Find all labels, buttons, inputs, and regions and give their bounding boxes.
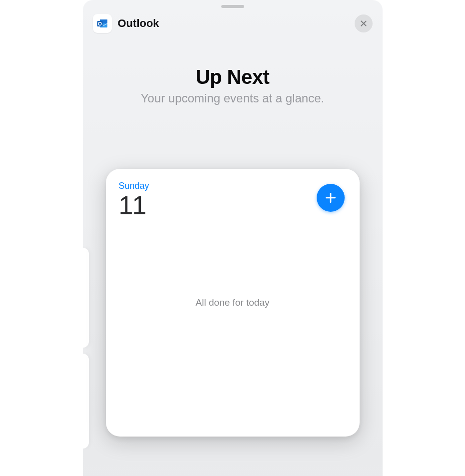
status-text: All done for today [196, 297, 270, 308]
edge-peek [83, 248, 89, 348]
header-row: Outlook [93, 14, 373, 33]
close-icon [360, 19, 368, 27]
svg-rect-2 [97, 21, 102, 26]
day-name-label: Sunday [119, 181, 347, 191]
widget-preview-sheet: Outlook Up Next Your upcoming events at … [83, 0, 383, 476]
add-event-button[interactable] [317, 184, 345, 212]
title-block: Up Next Your upcoming events at a glance… [83, 66, 383, 105]
edge-peek [83, 354, 89, 449]
up-next-widget-card[interactable]: Sunday 11 All done for today [106, 169, 360, 437]
app-name-label: Outlook [118, 17, 159, 30]
sheet-grabber[interactable] [221, 5, 244, 8]
app-identity: Outlook [93, 14, 159, 33]
plus-icon [324, 191, 337, 204]
outlook-icon [93, 14, 112, 33]
page-title: Up Next [83, 66, 383, 88]
close-button[interactable] [355, 14, 373, 32]
day-number-label: 11 [119, 192, 347, 218]
page-subtitle: Your upcoming events at a glance. [83, 91, 383, 105]
